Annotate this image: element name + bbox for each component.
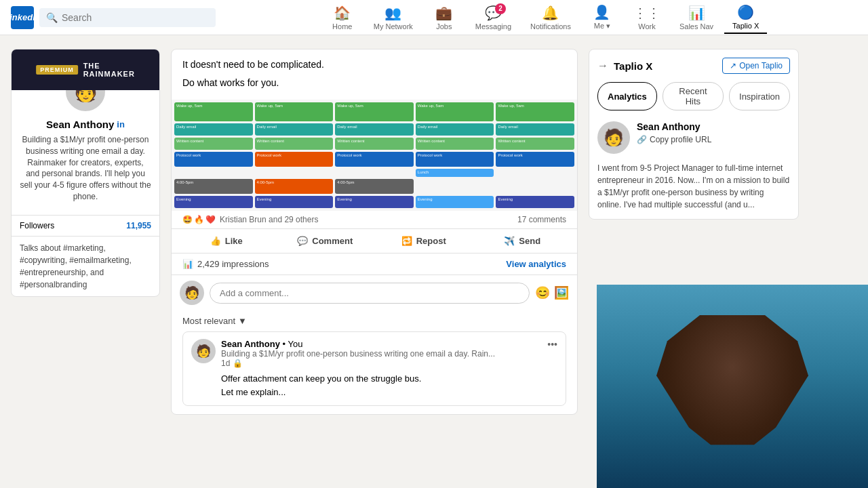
schedule-cell: 4:00-5pm [255,179,334,194]
reply-meta: Sean Anthony • You Building a $1M/yr pro… [221,339,495,368]
reply-text: Offer attachment can keep you on the str… [191,372,557,399]
nav-salesnav-label: Sales Nav [679,22,713,30]
taplio-arrow-icon[interactable]: → [597,60,608,72]
like-icon: 👍 [210,236,221,246]
profile-bio: Building a $1M/yr profit one-person busi… [20,134,151,203]
linkedin-logo[interactable]: LinkedIn [11,6,34,29]
sort-chevron-icon: ▼ [238,316,247,326]
home-icon: 🏠 [334,5,351,21]
schedule-cell: Written content [416,138,494,150]
image-attach-icon[interactable]: 🖼️ [554,285,569,300]
messaging-badge: 2 [495,3,506,14]
reply-comment: 🧑 Sean Anthony • You Building a $1M/yr p… [182,331,566,406]
nav-network[interactable]: 👥 My Network [366,1,421,34]
taplio-header: → Taplio X ↗ Open Taplio [597,58,790,74]
profile-card: PREMIUM THE RAINMAKER 🧑 Sean Anthony in … [11,49,160,297]
repost-label: Repost [416,236,446,246]
schedule-cell: Wake up, 5am [255,102,334,121]
tab-analytics[interactable]: Analytics [597,82,657,110]
schedule-cell: Daily email [174,123,253,136]
comment-input[interactable] [210,283,530,304]
comment-input-row: 🧑 😊 🖼️ [172,275,577,310]
reaction-emoji-1: 🤩 [182,215,193,224]
nav-me[interactable]: 👤 Me ▾ [582,1,623,34]
video-content [597,285,868,428]
lock-icon: 🔒 [233,359,243,368]
post-card: It doesn't need to be complicated. Do wh… [171,49,578,415]
send-button[interactable]: ✈️ Send [473,230,572,251]
send-icon: ✈️ [504,236,515,246]
sort-row[interactable]: Most relevant ▼ [172,310,577,331]
nav-items: 🏠 Home 👥 My Network 💼 Jobs 💬2 Messaging … [232,1,857,34]
nav-me-label: Me ▾ [594,22,610,30]
nav-taplio[interactable]: 🔵 Taplio X [724,1,767,34]
schedule-cell: Protocol work [335,152,414,167]
view-analytics-button[interactable]: View analytics [506,259,566,269]
schedule-cell: Daily email [416,123,494,136]
sort-label: Most relevant [182,316,235,326]
tab-inspiration[interactable]: Inspiration [729,82,790,110]
search-bar[interactable]: 🔍 [39,8,216,27]
taplio-tabs: Analytics Recent Hits Inspiration [597,82,790,110]
profile-info: Sean Anthony in Building a $1M/yr profit… [12,119,159,215]
nav-work-label: Work [638,22,655,30]
post-reactions: 🤩 🔥 ❤️ Kristian Brun and 29 others 17 co… [172,211,577,229]
emoji-icon[interactable]: 😊 [535,285,550,300]
open-taplio-button[interactable]: ↗ Open Taplio [722,58,790,74]
like-button[interactable]: 👍 Like [177,230,276,251]
reply-header: 🧑 Sean Anthony • You Building a $1M/yr p… [191,339,557,368]
reply-you: • You [283,339,303,349]
reaction-emoji-2: 🔥 [194,215,204,224]
comments-count[interactable]: 17 comments [517,215,566,224]
external-link-icon: ↗ [730,61,736,70]
video-person-silhouette [624,315,841,428]
schedule-cell: Protocol work [174,152,253,167]
schedule-cell: Evening [496,196,574,208]
schedule-cell: Written content [174,138,253,150]
nav-work[interactable]: ⋮⋮ Work [625,1,669,34]
impressions-left: 📊 2,429 impressions [182,259,269,269]
reply-time: 1d 🔒 [221,359,495,368]
schedule-cell: Wake up, 5am [174,102,253,121]
comment-icons: 😊 🖼️ [535,285,569,300]
nav-jobs[interactable]: 💼 Jobs [424,1,465,34]
profile-name: Sean Anthony in [20,119,151,130]
schedule-cell: Wake up, 5am [416,102,494,121]
schedule-cell: Daily email [335,123,414,136]
nav-home[interactable]: 🏠 Home [322,1,363,34]
schedule-cell [416,179,494,184]
comment-button[interactable]: 💬 Comment [276,230,375,251]
schedule-cell: Evening [335,196,414,208]
schedule-cell: Protocol work [416,152,494,167]
taplio-profile-avatar: 🧑 [597,121,630,154]
link-icon: 🔗 [637,135,647,144]
nav-taplio-label: Taplio X [732,22,759,30]
copy-profile-url-button[interactable]: 🔗 Copy profile URL [637,135,790,144]
schedule-cell: Lunch [416,169,494,177]
more-options-icon[interactable]: ••• [547,339,557,350]
schedule-cell: Written content [496,138,574,150]
linkedin-in-icon: in [117,119,125,129]
nav-messaging-label: Messaging [475,22,511,30]
schedule-cell: 4:00-5pm [335,179,414,194]
nav-messaging[interactable]: 💬2 Messaging [467,1,519,34]
taplio-icon: 🔵 [737,4,754,20]
nav-home-label: Home [332,22,352,30]
tab-recent-hits[interactable]: Recent Hits [663,82,724,110]
notifications-icon: 🔔 [542,5,559,21]
followers-count: 11,955 [126,221,151,230]
repost-button[interactable]: 🔁 Repost [374,230,473,251]
post-line-2: Do what works for you. [182,76,566,90]
schedule-cell: Wake up, 5am [335,102,414,121]
search-input[interactable] [62,12,209,23]
schedule-cell: Wake up, 5am [496,102,574,121]
taplio-profile-section: 🧑 Sean Anthony 🔗 Copy profile URL [597,121,790,154]
reply-author-name: Sean Anthony [221,339,280,349]
top-navigation: LinkedIn 🔍 🏠 Home 👥 My Network 💼 Jobs 💬2… [0,0,868,35]
profile-banner-content: PREMIUM THE RAINMAKER [36,62,135,78]
schedule-cell [174,169,253,174]
left-sidebar: PREMIUM THE RAINMAKER 🧑 Sean Anthony in … [11,49,160,415]
schedule-cell: Protocol work [255,152,334,167]
nav-salesnav[interactable]: 📊 Sales Nav [671,1,722,34]
nav-notifications[interactable]: 🔔 Notifications [522,1,579,34]
